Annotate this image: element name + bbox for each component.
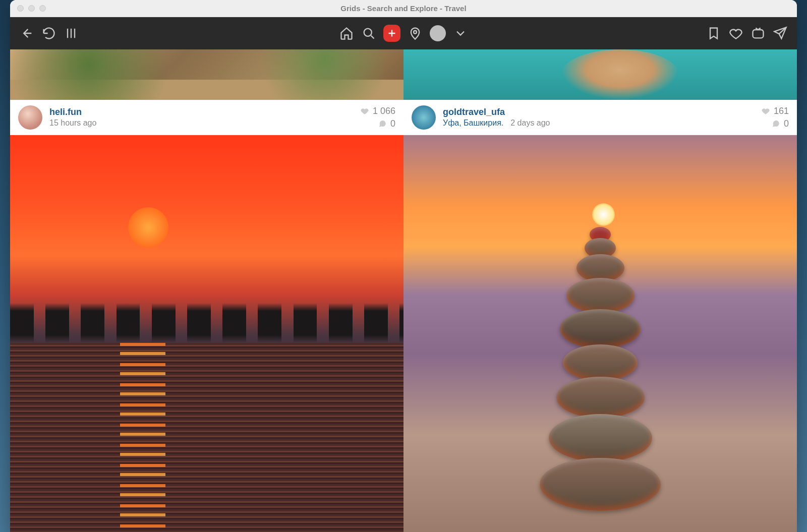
window-title: Grids - Search and Explore - Travel xyxy=(10,4,797,13)
close-window-button[interactable] xyxy=(17,5,24,12)
username-link[interactable]: goldtravel_ufa xyxy=(443,107,754,117)
add-post-button[interactable] xyxy=(383,25,400,42)
home-button[interactable] xyxy=(339,26,354,41)
maximize-window-button[interactable] xyxy=(39,5,46,12)
reload-button[interactable] xyxy=(41,26,56,41)
post-preview-image[interactable] xyxy=(404,49,797,100)
post-meta-row: goldtravel_ufa Уфа, Башкирия. 2 days ago… xyxy=(404,100,797,135)
svg-point-1 xyxy=(414,31,417,34)
app-window: Grids - Search and Explore - Travel xyxy=(10,0,797,532)
post-time: 2 days ago xyxy=(510,119,550,128)
window-controls xyxy=(17,5,46,12)
search-button[interactable] xyxy=(361,26,376,41)
account-dropdown[interactable] xyxy=(453,26,468,41)
likes-count[interactable]: 161 xyxy=(761,106,789,116)
comments-count[interactable]: 0 xyxy=(378,119,395,129)
profile-avatar[interactable] xyxy=(430,25,446,41)
comments-count[interactable]: 0 xyxy=(771,119,789,129)
location-button[interactable] xyxy=(408,26,423,41)
post-image[interactable] xyxy=(10,135,404,532)
post-image[interactable] xyxy=(404,135,797,532)
igtv-button[interactable] xyxy=(751,26,766,41)
toolbar xyxy=(10,17,797,49)
titlebar: Grids - Search and Explore - Travel xyxy=(10,0,797,17)
username-link[interactable]: heli.fun xyxy=(49,107,353,117)
svg-rect-2 xyxy=(753,30,764,38)
send-button[interactable] xyxy=(773,26,788,41)
location-link[interactable]: Уфа, Башкирия. xyxy=(443,119,503,128)
svg-point-0 xyxy=(364,29,372,36)
post-meta-row: heli.fun 15 hours ago 1 066 0 xyxy=(10,100,404,135)
columns-button[interactable] xyxy=(64,26,79,41)
bookmarks-button[interactable] xyxy=(706,26,721,41)
post-time: 15 hours ago xyxy=(49,119,96,128)
likes-button[interactable] xyxy=(728,26,743,41)
user-avatar[interactable] xyxy=(412,105,436,130)
feed-column-right: goldtravel_ufa Уфа, Башкирия. 2 days ago… xyxy=(404,49,797,532)
feed-column-left: heli.fun 15 hours ago 1 066 0 xyxy=(10,49,404,532)
back-button[interactable] xyxy=(19,26,34,41)
minimize-window-button[interactable] xyxy=(28,5,35,12)
user-avatar[interactable] xyxy=(18,105,42,130)
feed-grid: heli.fun 15 hours ago 1 066 0 xyxy=(10,49,797,532)
likes-count[interactable]: 1 066 xyxy=(360,106,395,116)
post-preview-image[interactable] xyxy=(10,49,404,100)
